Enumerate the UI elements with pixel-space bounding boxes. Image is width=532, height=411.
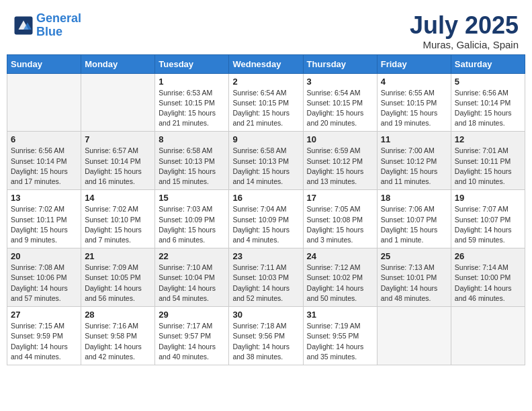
day-info: Sunrise: 7:07 AM Sunset: 10:07 PM Daylig…	[455, 204, 521, 245]
day-info: Sunrise: 6:54 AM Sunset: 10:15 PM Daylig…	[307, 88, 373, 129]
day-number: 23	[232, 251, 299, 261]
calendar-cell	[377, 307, 451, 365]
day-info: Sunrise: 7:12 AM Sunset: 10:02 PM Daylig…	[307, 263, 373, 304]
day-number: 4	[381, 77, 447, 87]
day-number: 22	[159, 251, 225, 261]
day-info: Sunrise: 7:15 AM Sunset: 9:59 PM Dayligh…	[11, 321, 77, 362]
day-number: 31	[307, 310, 373, 320]
calendar-cell: 11Sunrise: 7:00 AM Sunset: 10:12 PM Dayl…	[377, 132, 451, 190]
calendar-cell: 27Sunrise: 7:15 AM Sunset: 9:59 PM Dayli…	[7, 307, 81, 365]
day-number: 29	[159, 310, 225, 320]
calendar-cell: 23Sunrise: 7:11 AM Sunset: 10:03 PM Dayl…	[229, 248, 303, 307]
logo-icon	[13, 15, 34, 36]
day-number: 21	[85, 251, 151, 261]
day-number: 3	[307, 77, 373, 87]
day-info: Sunrise: 6:59 AM Sunset: 10:12 PM Daylig…	[307, 146, 373, 187]
day-info: Sunrise: 7:01 AM Sunset: 10:11 PM Daylig…	[455, 146, 521, 187]
day-number: 6	[11, 134, 77, 144]
calendar-cell	[81, 73, 155, 132]
calendar-cell: 20Sunrise: 7:08 AM Sunset: 10:06 PM Dayl…	[7, 248, 81, 307]
day-info: Sunrise: 6:56 AM Sunset: 10:14 PM Daylig…	[455, 88, 521, 129]
calendar-cell: 1Sunrise: 6:53 AM Sunset: 10:15 PM Dayli…	[155, 73, 229, 132]
day-info: Sunrise: 6:53 AM Sunset: 10:15 PM Daylig…	[159, 88, 225, 129]
weekday-header-thursday: Thursday	[303, 54, 377, 73]
calendar-cell: 25Sunrise: 7:13 AM Sunset: 10:01 PM Dayl…	[377, 248, 451, 307]
title-block: July 2025 Muras, Galicia, Spain	[410, 12, 519, 50]
day-number: 5	[455, 77, 521, 87]
weekday-header-saturday: Saturday	[451, 54, 525, 73]
weekday-header-friday: Friday	[377, 54, 451, 73]
day-number: 16	[232, 193, 299, 203]
day-number: 24	[307, 251, 373, 261]
day-info: Sunrise: 7:09 AM Sunset: 10:05 PM Daylig…	[85, 263, 151, 304]
calendar-cell: 22Sunrise: 7:10 AM Sunset: 10:04 PM Dayl…	[155, 248, 229, 307]
calendar-cell: 9Sunrise: 6:58 AM Sunset: 10:13 PM Dayli…	[229, 132, 303, 190]
day-info: Sunrise: 6:55 AM Sunset: 10:15 PM Daylig…	[381, 88, 447, 129]
calendar-week-row: 1Sunrise: 6:53 AM Sunset: 10:15 PM Dayli…	[7, 73, 525, 132]
day-number: 28	[85, 310, 151, 320]
calendar-cell: 2Sunrise: 6:54 AM Sunset: 10:15 PM Dayli…	[229, 73, 303, 132]
day-number: 10	[307, 134, 373, 144]
calendar-cell: 18Sunrise: 7:06 AM Sunset: 10:07 PM Dayl…	[377, 190, 451, 248]
month-title: July 2025	[410, 12, 519, 39]
day-number: 12	[455, 134, 521, 144]
calendar-cell: 5Sunrise: 6:56 AM Sunset: 10:14 PM Dayli…	[451, 73, 525, 132]
calendar-cell: 10Sunrise: 6:59 AM Sunset: 10:12 PM Dayl…	[303, 132, 377, 190]
calendar-cell: 15Sunrise: 7:03 AM Sunset: 10:09 PM Dayl…	[155, 190, 229, 248]
calendar-cell: 6Sunrise: 6:56 AM Sunset: 10:14 PM Dayli…	[7, 132, 81, 190]
day-number: 26	[455, 251, 521, 261]
calendar-cell: 14Sunrise: 7:02 AM Sunset: 10:10 PM Dayl…	[81, 190, 155, 248]
day-number: 8	[159, 134, 225, 144]
logo-text: GeneralBlue	[36, 12, 81, 39]
day-info: Sunrise: 7:00 AM Sunset: 10:12 PM Daylig…	[381, 146, 447, 187]
location: Muras, Galicia, Spain	[410, 39, 519, 50]
calendar-table: SundayMondayTuesdayWednesdayThursdayFrid…	[7, 54, 525, 365]
day-number: 2	[232, 77, 299, 87]
day-info: Sunrise: 7:02 AM Sunset: 10:11 PM Daylig…	[11, 204, 77, 245]
day-number: 27	[11, 310, 77, 320]
day-number: 11	[381, 134, 447, 144]
weekday-header-monday: Monday	[81, 54, 155, 73]
calendar-cell: 29Sunrise: 7:17 AM Sunset: 9:57 PM Dayli…	[155, 307, 229, 365]
day-info: Sunrise: 7:16 AM Sunset: 9:58 PM Dayligh…	[85, 321, 151, 362]
day-number: 18	[381, 193, 447, 203]
calendar-cell: 4Sunrise: 6:55 AM Sunset: 10:15 PM Dayli…	[377, 73, 451, 132]
calendar-cell	[451, 307, 525, 365]
day-number: 17	[307, 193, 373, 203]
day-info: Sunrise: 6:57 AM Sunset: 10:14 PM Daylig…	[85, 146, 151, 187]
day-info: Sunrise: 7:11 AM Sunset: 10:03 PM Daylig…	[232, 263, 299, 304]
calendar-cell: 8Sunrise: 6:58 AM Sunset: 10:13 PM Dayli…	[155, 132, 229, 190]
day-info: Sunrise: 7:04 AM Sunset: 10:09 PM Daylig…	[232, 204, 299, 245]
weekday-header-sunday: Sunday	[7, 54, 81, 73]
weekday-header-wednesday: Wednesday	[229, 54, 303, 73]
logo: GeneralBlue	[13, 12, 81, 39]
calendar-cell: 21Sunrise: 7:09 AM Sunset: 10:05 PM Dayl…	[81, 248, 155, 307]
calendar-week-row: 20Sunrise: 7:08 AM Sunset: 10:06 PM Dayl…	[7, 248, 525, 307]
day-info: Sunrise: 7:06 AM Sunset: 10:07 PM Daylig…	[381, 204, 447, 245]
day-info: Sunrise: 7:18 AM Sunset: 9:56 PM Dayligh…	[232, 321, 299, 362]
day-info: Sunrise: 7:05 AM Sunset: 10:08 PM Daylig…	[307, 204, 373, 245]
day-number: 9	[232, 134, 299, 144]
day-info: Sunrise: 7:02 AM Sunset: 10:10 PM Daylig…	[85, 204, 151, 245]
day-info: Sunrise: 7:08 AM Sunset: 10:06 PM Daylig…	[11, 263, 77, 304]
day-number: 14	[85, 193, 151, 203]
weekday-header-tuesday: Tuesday	[155, 54, 229, 73]
calendar-cell: 16Sunrise: 7:04 AM Sunset: 10:09 PM Dayl…	[229, 190, 303, 248]
day-info: Sunrise: 7:03 AM Sunset: 10:09 PM Daylig…	[159, 204, 225, 245]
calendar-cell: 31Sunrise: 7:19 AM Sunset: 9:55 PM Dayli…	[303, 307, 377, 365]
day-info: Sunrise: 7:17 AM Sunset: 9:57 PM Dayligh…	[159, 321, 225, 362]
weekday-header-row: SundayMondayTuesdayWednesdayThursdayFrid…	[7, 54, 525, 73]
day-number: 13	[11, 193, 77, 203]
day-number: 19	[455, 193, 521, 203]
day-info: Sunrise: 6:56 AM Sunset: 10:14 PM Daylig…	[11, 146, 77, 187]
calendar-cell: 12Sunrise: 7:01 AM Sunset: 10:11 PM Dayl…	[451, 132, 525, 190]
day-info: Sunrise: 7:19 AM Sunset: 9:55 PM Dayligh…	[307, 321, 373, 362]
calendar-cell: 17Sunrise: 7:05 AM Sunset: 10:08 PM Dayl…	[303, 190, 377, 248]
day-info: Sunrise: 7:10 AM Sunset: 10:04 PM Daylig…	[159, 263, 225, 304]
calendar-week-row: 6Sunrise: 6:56 AM Sunset: 10:14 PM Dayli…	[7, 132, 525, 190]
calendar-cell: 28Sunrise: 7:16 AM Sunset: 9:58 PM Dayli…	[81, 307, 155, 365]
day-info: Sunrise: 7:13 AM Sunset: 10:01 PM Daylig…	[381, 263, 447, 304]
page-header: GeneralBlue July 2025 Muras, Galicia, Sp…	[7, 7, 525, 54]
calendar-cell: 30Sunrise: 7:18 AM Sunset: 9:56 PM Dayli…	[229, 307, 303, 365]
day-number: 20	[11, 251, 77, 261]
